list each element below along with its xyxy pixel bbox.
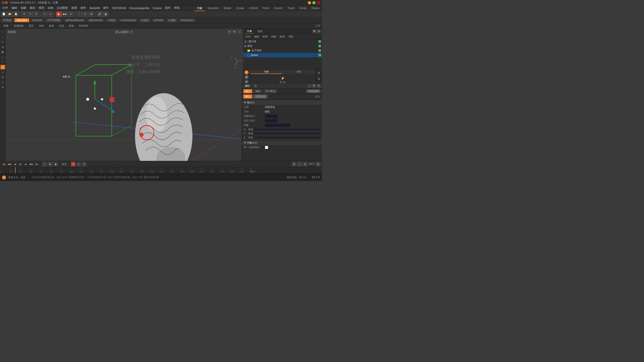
rib-1[interactable]: ⚙ xyxy=(316,70,321,75)
plugin-tab-planar-mesher[interactable]: xpPlanarMesher xyxy=(63,18,86,22)
tl-prev-frame[interactable]: ◀ xyxy=(13,162,17,166)
plugin-tab-cache[interactable]: xpCache xyxy=(30,18,44,22)
lt-move[interactable]: ↕ xyxy=(1,35,5,39)
tl-next[interactable]: ▶▶ xyxy=(29,162,34,166)
tb-redo[interactable]: ↪ xyxy=(48,11,53,17)
mode-tab-track[interactable]: Track xyxy=(285,6,297,11)
menu-greyscale[interactable]: Greyscalegorilla xyxy=(128,6,151,10)
attr-tab-layer[interactable]: 层 xyxy=(253,84,258,88)
plugin-tab-emitter[interactable]: xpEmitter xyxy=(14,18,29,22)
tb-save[interactable]: 💾 xyxy=(13,11,19,17)
obj-item-base[interactable]: ⊕ 基础 xyxy=(243,44,322,48)
tl-right-3[interactable]: ⊕ xyxy=(303,162,307,166)
mode-tab-sculpt[interactable]: Sculpt xyxy=(234,6,247,11)
attr-checkbox-single[interactable] xyxy=(265,146,268,149)
sub-tag[interactable]: 标签 xyxy=(278,35,286,39)
attr-input-obj[interactable] xyxy=(265,124,290,127)
sub-tab-display[interactable]: 显示 xyxy=(27,24,36,28)
obj-item-group[interactable]: 📁 粒子群组 xyxy=(243,48,322,53)
menu-plugins2[interactable]: 插件 xyxy=(102,6,110,10)
tl-start[interactable]: |◀ xyxy=(2,162,6,166)
minimize-button[interactable] xyxy=(308,1,311,4)
plugin-tab-constraints[interactable]: nxConstraints xyxy=(118,18,138,22)
lt-rotate[interactable]: ↻ xyxy=(1,40,5,44)
sub-edit[interactable]: 编辑 xyxy=(253,35,261,39)
lt-select[interactable]: ⊹ xyxy=(1,30,5,34)
mode-tab-paint[interactable]: Paint xyxy=(260,6,271,11)
tl-right-1[interactable]: ⊞ xyxy=(292,162,296,166)
plugin-tab-cx[interactable]: cx地图 xyxy=(166,18,178,23)
tl-prev[interactable]: ◀◀ xyxy=(7,162,12,166)
attr-section-pivot-header[interactable]: ▼ 轴心◎ xyxy=(242,100,322,105)
tl-play[interactable]: ▶ xyxy=(18,162,23,166)
attr-input-custom[interactable] xyxy=(265,119,277,122)
lt-scale[interactable]: ⊕ xyxy=(1,45,5,49)
lt-edge[interactable]: ⌾ xyxy=(1,55,5,59)
frame-display[interactable]: 0 F xyxy=(61,162,68,166)
icon-circle-1[interactable]: ⚡ xyxy=(245,70,249,74)
tl-record[interactable]: ● xyxy=(71,162,75,166)
vp-icon-1[interactable]: ⊕ xyxy=(227,30,231,34)
obj-settings[interactable]: ⚙ xyxy=(317,29,321,33)
obj-tab-scene[interactable]: 场景 xyxy=(256,29,265,34)
plugin-tab-question[interactable]: nxQuestion xyxy=(179,18,195,22)
timeline-ruler[interactable]: 0 20 40 60 80 100 120 140 160 xyxy=(0,167,322,173)
lt-clone[interactable]: ⊗ xyxy=(1,85,5,89)
sub-tab-filter[interactable]: 过滤 xyxy=(57,24,66,28)
obj-tab-object[interactable]: 对象 xyxy=(245,29,254,34)
menu-simulate[interactable]: 模拟 xyxy=(28,6,37,10)
menu-effect[interactable]: 效果 xyxy=(70,6,78,10)
attr-mode-active[interactable]: 细心 xyxy=(243,95,252,99)
mode-tab-script[interactable]: Script xyxy=(297,6,309,11)
menu-create[interactable]: 创建 xyxy=(19,6,28,10)
sub-bookmark[interactable]: 书签 xyxy=(287,35,295,39)
menu-mograph[interactable]: 运动图形 xyxy=(55,6,69,10)
menu-edit[interactable]: 编辑 xyxy=(10,6,19,10)
viewport[interactable]: 透视图 默认摄像机 已 635 % ⊕ ⊞ □ xyxy=(6,29,243,181)
tb-rotate[interactable]: ↻ xyxy=(83,11,88,17)
menu-plugins3[interactable]: 插件 xyxy=(164,6,172,10)
lt-point[interactable]: • xyxy=(1,60,5,64)
plugin-tab-xp[interactable]: XP系统 xyxy=(1,18,13,23)
sub-tab-options[interactable]: 选项 xyxy=(47,24,56,28)
tb-render[interactable]: ▶ xyxy=(56,11,62,17)
attr-search[interactable]: ← xyxy=(308,84,311,88)
rib-2[interactable]: ⊕ xyxy=(316,76,321,81)
tb-open[interactable]: 📂 xyxy=(7,11,13,17)
sub-tab-panel[interactable]: 面板 xyxy=(67,24,76,28)
tl-right-4[interactable]: ⚙ xyxy=(316,162,320,166)
maximize-button[interactable] xyxy=(312,1,315,4)
mode-tab-groom[interactable]: Groom xyxy=(271,6,285,11)
mode-tab-object[interactable]: 对象 xyxy=(194,6,205,11)
menu-redshift[interactable]: Redshift xyxy=(88,6,101,10)
close-button[interactable] xyxy=(317,1,320,4)
plugin-tab-nx1[interactable]: nx地形 xyxy=(106,18,118,23)
menu-anim[interactable]: 动画 xyxy=(46,6,55,10)
tb-new[interactable]: 📄 xyxy=(1,11,7,17)
plugin-tab-nx2[interactable]: nx地形 xyxy=(139,18,151,23)
ep-tab-obj[interactable]: 对象 xyxy=(251,70,282,74)
lt-smooth[interactable]: ◯ xyxy=(1,80,5,84)
mode-tab-nodes[interactable]: Nodes xyxy=(309,6,322,11)
tb-snap[interactable]: 🔗 xyxy=(97,11,102,17)
menu-plugins[interactable]: 插件 xyxy=(79,6,88,10)
obj-search[interactable]: 🔍 xyxy=(312,29,316,33)
tb-lock[interactable]: 🔒 xyxy=(103,11,108,17)
tl-loop[interactable]: ↻ xyxy=(82,162,87,166)
tl-mode-2[interactable]: ■ xyxy=(48,162,52,166)
lt-poly[interactable]: ▣ xyxy=(1,50,5,54)
lt-knife[interactable]: ✂ xyxy=(1,65,5,69)
attr-select-btn[interactable]: 混和选择 xyxy=(306,89,320,93)
tb-z[interactable]: Z xyxy=(33,11,39,17)
sub-tab-redshift[interactable]: Redshift xyxy=(77,24,90,28)
tb-render2[interactable]: ▶▶ xyxy=(62,11,68,17)
tl-right-2[interactable]: □ xyxy=(297,162,302,166)
sub-obj[interactable]: 对象 xyxy=(270,35,278,39)
tb-x[interactable]: X xyxy=(21,11,27,17)
tl-end[interactable]: ▶| xyxy=(35,162,39,166)
sub-file[interactable]: 文件 xyxy=(244,35,252,39)
attr-lock[interactable]: 🔍 xyxy=(312,84,316,88)
ep-tab-scene[interactable]: 场景 xyxy=(283,70,314,74)
mode-tab-standard[interactable]: Standard xyxy=(205,6,221,11)
attr-input-qty[interactable] xyxy=(265,115,277,118)
